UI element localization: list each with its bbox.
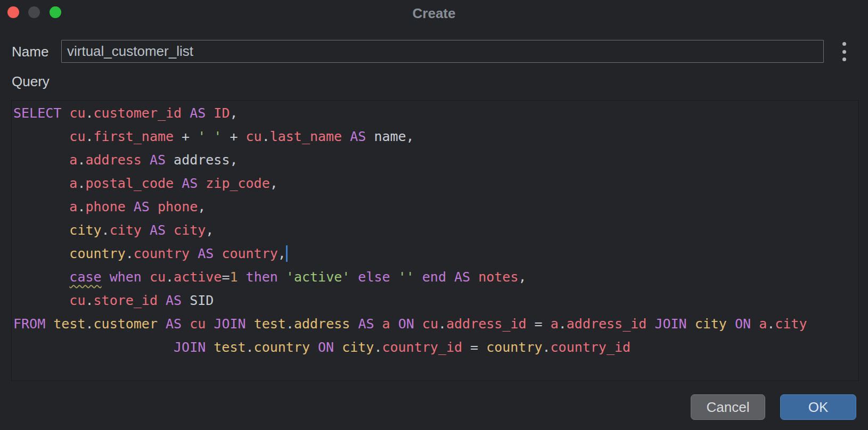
code-line: case when cu.active=1 then 'active' else…	[13, 266, 858, 289]
kebab-dot	[842, 50, 846, 54]
code-line: JOIN test.country ON city.country_id = c…	[13, 336, 858, 359]
title-bar: Create	[0, 0, 868, 24]
code-line: cu.first_name + ' ' + cu.last_name AS na…	[13, 125, 858, 148]
code-line: SELECT cu.customer_id AS ID,	[13, 102, 858, 125]
code-line: cu.store_id AS SID	[13, 289, 858, 312]
query-editor[interactable]: SELECT cu.customer_id AS ID, cu.first_na…	[11, 100, 859, 381]
ok-button[interactable]: OK	[780, 394, 856, 420]
kebab-menu-icon[interactable]	[839, 42, 849, 61]
code-line: FROM test.customer AS cu JOIN test.addre…	[13, 312, 858, 336]
code-line: country.country AS country,	[13, 242, 858, 266]
code-line: a.phone AS phone,	[13, 195, 858, 219]
cancel-button[interactable]: Cancel	[691, 394, 765, 420]
code-line: a.address AS address,	[13, 148, 858, 172]
query-label: Query	[12, 73, 50, 90]
name-label: Name	[12, 44, 48, 60]
query-editor-content: SELECT cu.customer_id AS ID, cu.first_na…	[12, 101, 858, 359]
text-caret	[286, 245, 288, 262]
kebab-dot	[842, 42, 846, 46]
name-input[interactable]	[61, 40, 824, 63]
kebab-dot	[842, 57, 846, 61]
code-line: city.city AS city,	[13, 219, 858, 242]
dialog-title: Create	[0, 0, 868, 24]
code-line: a.postal_code AS zip_code,	[13, 172, 858, 195]
